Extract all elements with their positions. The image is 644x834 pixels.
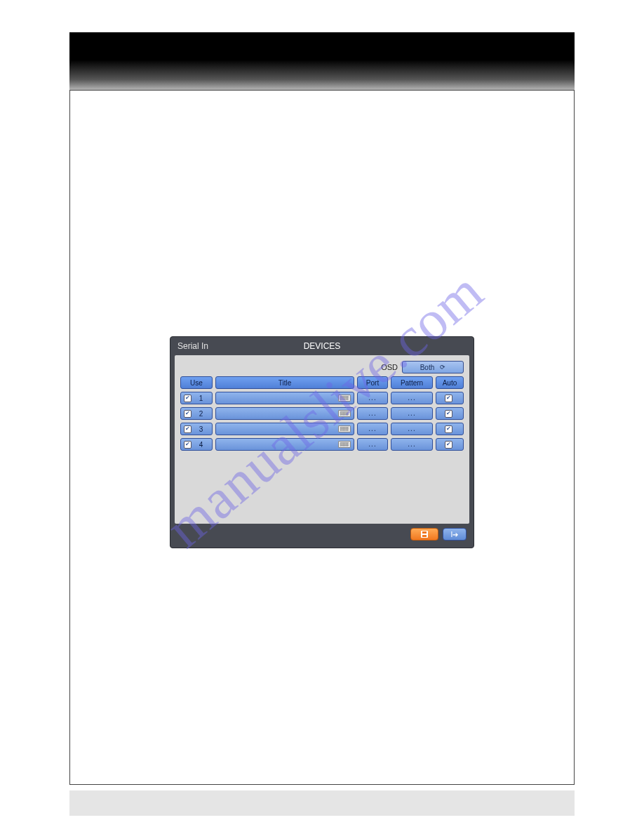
checkbox-icon — [184, 441, 192, 449]
checkbox-icon — [184, 425, 192, 433]
port-cell[interactable]: ... — [357, 392, 388, 404]
pattern-cell[interactable]: ... — [391, 392, 433, 404]
pattern-cell[interactable]: ... — [391, 407, 433, 420]
disk-icon — [421, 531, 428, 538]
port-cell[interactable]: ... — [357, 438, 388, 451]
auto-cell[interactable] — [436, 407, 464, 420]
row-number: 1 — [194, 395, 212, 402]
table-row: 3 ... ... — [180, 423, 464, 435]
header-port[interactable]: Port — [357, 376, 388, 389]
use-cell[interactable]: 1 — [180, 392, 213, 404]
checkbox-icon — [184, 395, 192, 402]
table-row: 2 ... ... — [180, 407, 464, 420]
dialog-body: OSD Both ⟳ Use Title Port Pattern Auto 1 — [175, 355, 469, 524]
title-cell[interactable] — [215, 438, 354, 451]
osd-select[interactable]: Both ⟳ — [402, 361, 464, 373]
exit-button[interactable]: I➔ — [443, 528, 467, 541]
title-cell[interactable] — [215, 407, 354, 420]
title-cell[interactable] — [215, 392, 354, 404]
page-footer-bar — [69, 790, 575, 816]
checkbox-icon — [445, 395, 452, 402]
osd-row: OSD Both ⟳ — [180, 361, 464, 373]
keyboard-icon — [338, 425, 351, 432]
svg-rect-2 — [422, 535, 427, 537]
devices-dialog: Serial In DEVICES OSD Both ⟳ Use Title P… — [170, 336, 474, 548]
use-cell[interactable]: 4 — [180, 438, 213, 451]
dialog-footer: I➔ — [170, 524, 474, 545]
row-number: 3 — [194, 425, 212, 433]
port-cell[interactable]: ... — [357, 407, 388, 420]
ellipsis-icon: ... — [408, 442, 415, 446]
row-number: 4 — [194, 441, 212, 449]
ellipsis-icon: ... — [368, 411, 376, 416]
pattern-cell[interactable]: ... — [391, 438, 433, 451]
pattern-cell[interactable]: ... — [391, 423, 433, 435]
auto-cell[interactable] — [436, 423, 464, 435]
ellipsis-icon: ... — [368, 442, 376, 446]
row-number: 2 — [194, 410, 212, 418]
header-pattern[interactable]: Pattern — [391, 376, 433, 389]
table-row: 1 ... ... — [180, 392, 464, 404]
table-header-row: Use Title Port Pattern Auto — [180, 376, 464, 389]
checkbox-icon — [445, 410, 452, 418]
ellipsis-icon: ... — [368, 427, 376, 431]
table-row: 4 ... ... — [180, 438, 464, 451]
page-content-frame: manualslive.com Serial In DEVICES OSD Bo… — [69, 90, 575, 785]
exit-icon: I➔ — [451, 531, 459, 538]
dialog-title: DEVICES — [170, 337, 474, 355]
checkbox-icon — [445, 441, 452, 449]
page-header-bar — [69, 32, 575, 90]
keyboard-icon — [338, 410, 351, 417]
ellipsis-icon: ... — [408, 427, 415, 431]
ellipsis-icon: ... — [408, 411, 415, 416]
header-use[interactable]: Use — [180, 376, 213, 389]
ellipsis-icon: ... — [408, 396, 415, 400]
auto-cell[interactable] — [436, 392, 464, 404]
auto-cell[interactable] — [436, 438, 464, 451]
use-cell[interactable]: 3 — [180, 423, 213, 435]
save-button[interactable] — [410, 528, 438, 541]
osd-label: OSD — [381, 363, 398, 371]
checkbox-icon — [445, 425, 452, 433]
keyboard-icon — [338, 441, 351, 448]
use-cell[interactable]: 2 — [180, 407, 213, 420]
checkbox-icon — [184, 410, 192, 418]
ellipsis-icon: ... — [368, 396, 376, 400]
keyboard-icon — [338, 395, 351, 402]
header-auto[interactable]: Auto — [436, 376, 464, 389]
cycle-icon: ⟳ — [440, 364, 445, 371]
title-cell[interactable] — [215, 423, 354, 435]
header-title[interactable]: Title — [215, 376, 354, 389]
svg-rect-1 — [422, 531, 427, 534]
port-cell[interactable]: ... — [357, 423, 388, 435]
osd-value: Both — [420, 364, 435, 371]
